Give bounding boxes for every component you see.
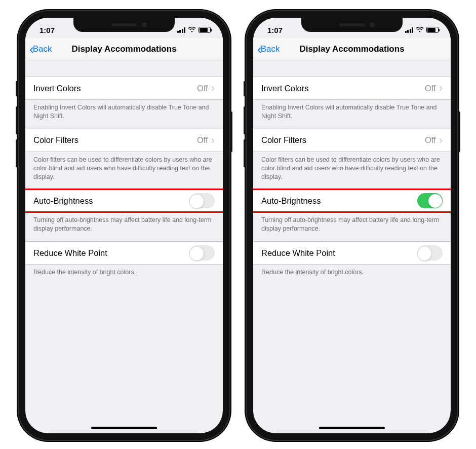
footer-invert: Enabling Invert Colors will automaticall… (253, 100, 451, 129)
page-title: Display Accommodations (25, 44, 223, 54)
phone-frame-right: 1:07 ‹ Back Display Accommodations Inver… (246, 10, 458, 441)
footer-white: Reduce the intensity of bright colors. (25, 265, 223, 285)
footer-filters: Color filters can be used to differentia… (253, 152, 451, 190)
cellular-signal-icon (177, 27, 186, 33)
battery-icon (426, 27, 439, 33)
row-label: Color Filters (261, 135, 425, 145)
wifi-icon (188, 27, 196, 33)
navigation-bar: ‹ Back Display Accommodations (25, 38, 223, 60)
screen: 1:07 ‹ Back Display Accommodations Inver… (253, 18, 451, 433)
row-label: Auto-Brightness (261, 196, 417, 206)
front-camera (370, 22, 375, 27)
home-indicator[interactable] (319, 427, 385, 429)
navigation-bar: ‹ Back Display Accommodations (253, 38, 451, 60)
power-button (458, 111, 460, 152)
power-button (230, 111, 232, 152)
speaker (339, 23, 365, 26)
row-label: Reduce White Point (261, 248, 417, 258)
back-button[interactable]: ‹ Back (257, 43, 280, 56)
cellular-signal-icon (405, 27, 414, 33)
notch (73, 18, 175, 32)
back-label: Back (261, 44, 280, 54)
volume-down (16, 139, 18, 167)
status-time: 1:07 (39, 26, 55, 34)
chevron-right-icon: › (211, 82, 215, 95)
footer-invert: Enabling Invert Colors will automaticall… (25, 100, 223, 129)
volume-down (244, 139, 246, 167)
auto-brightness-toggle[interactable] (417, 193, 443, 208)
row-auto-brightness[interactable]: Auto-Brightness (253, 189, 451, 212)
row-label: Reduce White Point (33, 248, 189, 258)
speaker (111, 23, 137, 26)
back-button[interactable]: ‹ Back (29, 43, 52, 56)
screen: 1:07 ‹ Back Display Accommodations Inver… (25, 18, 223, 433)
row-value: Off (197, 84, 208, 93)
row-color-filters[interactable]: Color Filters Off › (25, 129, 223, 152)
notch (301, 18, 403, 32)
mute-switch (244, 81, 246, 96)
footer-auto: Turning off auto-brightness may affect b… (25, 212, 223, 241)
battery-icon (199, 27, 211, 33)
row-label: Auto-Brightness (33, 196, 189, 206)
footer-white: Reduce the intensity of bright colors. (253, 265, 451, 285)
footer-auto: Turning off auto-brightness may affect b… (253, 212, 451, 241)
chevron-right-icon: › (439, 134, 443, 147)
reduce-white-point-toggle[interactable] (189, 245, 215, 260)
chevron-right-icon: › (439, 82, 443, 95)
row-invert-colors[interactable]: Invert Colors Off › (253, 77, 451, 100)
row-label: Invert Colors (261, 84, 425, 93)
front-camera (142, 22, 147, 27)
settings-content: Invert Colors Off › Enabling Invert Colo… (253, 60, 451, 285)
reduce-white-point-toggle[interactable] (417, 245, 443, 260)
wifi-icon (416, 27, 424, 33)
row-value: Off (425, 84, 436, 93)
row-invert-colors[interactable]: Invert Colors Off › (25, 77, 223, 100)
row-reduce-white-point[interactable]: Reduce White Point (253, 241, 451, 265)
row-value: Off (197, 135, 208, 145)
phone-frame-left: 1:07 ‹ Back Display Accommodations Inver… (18, 10, 230, 441)
mute-switch (16, 81, 18, 96)
settings-content: Invert Colors Off › Enabling Invert Colo… (25, 60, 223, 285)
row-label: Color Filters (33, 135, 197, 145)
footer-filters: Color filters can be used to differentia… (25, 152, 223, 190)
row-value: Off (425, 135, 436, 145)
chevron-right-icon: › (211, 134, 215, 147)
volume-up (244, 106, 246, 134)
row-auto-brightness[interactable]: Auto-Brightness (25, 189, 223, 212)
auto-brightness-toggle[interactable] (189, 193, 215, 208)
row-label: Invert Colors (33, 84, 197, 93)
status-time: 1:07 (267, 26, 283, 34)
page-title: Display Accommodations (253, 44, 451, 54)
row-reduce-white-point[interactable]: Reduce White Point (25, 241, 223, 265)
home-indicator[interactable] (91, 427, 157, 429)
row-color-filters[interactable]: Color Filters Off › (253, 129, 451, 152)
volume-up (16, 106, 18, 134)
back-label: Back (33, 44, 52, 54)
